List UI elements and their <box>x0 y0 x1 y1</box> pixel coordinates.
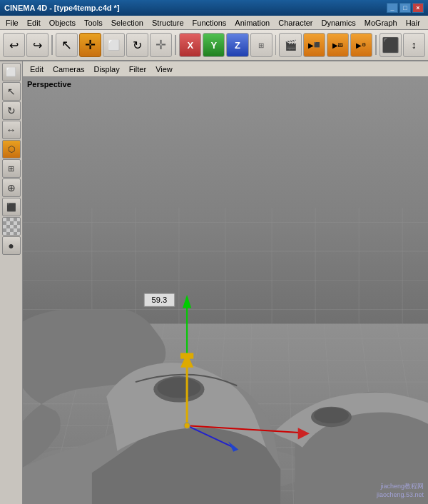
move-button[interactable]: ✛ <box>79 33 101 57</box>
vp-menu-view[interactable]: View <box>151 64 177 75</box>
svg-rect-48 <box>180 353 193 358</box>
select-button[interactable]: ↖ <box>56 33 78 57</box>
z-axis-button[interactable]: Z <box>226 33 248 57</box>
menu-edit[interactable]: Edit <box>23 16 45 29</box>
viewport-label: Perspective <box>27 80 71 89</box>
menu-structure[interactable]: Structure <box>148 16 188 29</box>
left-checker-btn[interactable] <box>2 217 21 236</box>
app-title: CINEMA 4D - [type4temp.c4d *] <box>4 4 387 12</box>
svg-point-37 <box>157 378 200 398</box>
left-object-btn[interactable]: ⬛ <box>2 198 21 216</box>
cube-button[interactable]: ⬛ <box>379 33 402 57</box>
viewport: Edit Cameras Display Filter View Perspec… <box>23 61 428 504</box>
toolbar-separator-1 <box>51 35 53 55</box>
render-picture-button[interactable]: ▶🖼 <box>327 33 349 57</box>
menu-tools[interactable]: Tools <box>80 16 107 29</box>
menu-bar: File Edit Objects Tools Selection Struct… <box>0 16 428 30</box>
menu-animation[interactable]: Animation <box>230 16 274 29</box>
clapper-button[interactable]: 🎬 <box>279 33 301 57</box>
minimize-button[interactable]: _ <box>387 3 398 13</box>
svg-text:59.3: 59.3 <box>152 296 168 304</box>
svg-point-51 <box>184 423 190 428</box>
menu-selection[interactable]: Selection <box>107 16 148 29</box>
menu-mograph[interactable]: MoGraph <box>360 16 402 29</box>
toolbar-separator-4 <box>375 35 377 55</box>
left-sphere-btn[interactable]: ● <box>2 236 21 255</box>
svg-point-39 <box>314 408 349 423</box>
close-button[interactable]: × <box>412 3 424 13</box>
scale-button[interactable]: ⬜ <box>103 33 125 57</box>
title-bar: CINEMA 4D - [type4temp.c4d *] _ □ × <box>0 0 428 16</box>
menu-objects[interactable]: Objects <box>45 16 80 29</box>
main-toolbar: ↩ ↪ ↖ ✛ ⬜ ↻ ✛ X Y Z ⊞ 🎬 ▶⬛ ▶🖼 ▶⚙ ⬛ ↕ <box>0 30 428 61</box>
watermark-line2: jiaocheng.53.net <box>377 490 424 500</box>
vp-menu-display[interactable]: Display <box>90 64 124 75</box>
y-axis-button[interactable]: Y <box>203 33 225 57</box>
left-point-btn[interactable]: ⊕ <box>2 178 21 197</box>
coord-button[interactable]: ⊞ <box>250 33 272 57</box>
vp-menu-cameras[interactable]: Cameras <box>49 64 89 75</box>
menu-file[interactable]: File <box>1 16 23 29</box>
left-panel: ⬜ ↖ ↻ ↔ ⬡ ⊞ ⊕ ⬛ ● <box>0 61 23 504</box>
left-edge-btn[interactable]: ⊞ <box>2 159 21 178</box>
scroll-button[interactable]: ↕ <box>403 33 425 57</box>
render-active-button[interactable]: ▶⬛ <box>303 33 325 57</box>
watermark: jiacheng教程网 jiaocheng.53.net <box>377 482 424 500</box>
watermark-line1: jiacheng教程网 <box>377 482 424 491</box>
render-settings-button[interactable]: ▶⚙ <box>350 33 372 57</box>
redo-button[interactable]: ↪ <box>26 33 49 57</box>
vp-menu-edit[interactable]: Edit <box>26 64 48 75</box>
left-select-btn[interactable]: ⬜ <box>2 63 21 81</box>
left-poly-btn[interactable]: ⬡ <box>2 140 21 158</box>
maximize-button[interactable]: □ <box>399 3 411 13</box>
x-axis-button[interactable]: X <box>179 33 201 57</box>
window-controls[interactable]: _ □ × <box>387 3 424 13</box>
menu-dynamics[interactable]: Dynamics <box>317 16 360 29</box>
vp-menu-filter[interactable]: Filter <box>125 64 151 75</box>
left-move-btn[interactable]: ↖ <box>2 82 21 101</box>
move2-button[interactable]: ✛ <box>150 33 172 57</box>
menu-functions[interactable]: Functions <box>188 16 231 29</box>
toolbar-separator-3 <box>275 35 277 55</box>
viewport-toolbar: Edit Cameras Display Filter View <box>23 61 428 77</box>
toolbar-separator-2 <box>175 35 176 55</box>
undo-button[interactable]: ↩ <box>3 33 25 57</box>
3d-scene[interactable]: Perspective <box>23 77 428 504</box>
rotate-button[interactable]: ↻ <box>126 33 148 57</box>
scene-svg: 59.3 <box>23 77 428 504</box>
main-area: ⬜ ↖ ↻ ↔ ⬡ ⊞ ⊕ ⬛ ● Edit Cameras Display F… <box>0 61 428 504</box>
menu-hair[interactable]: Hair <box>402 16 424 29</box>
menu-character[interactable]: Character <box>274 16 317 29</box>
left-scale-btn[interactable]: ↔ <box>2 121 21 139</box>
left-rotate-btn[interactable]: ↻ <box>2 101 21 120</box>
viewport-scene-container: Perspective <box>23 77 428 504</box>
